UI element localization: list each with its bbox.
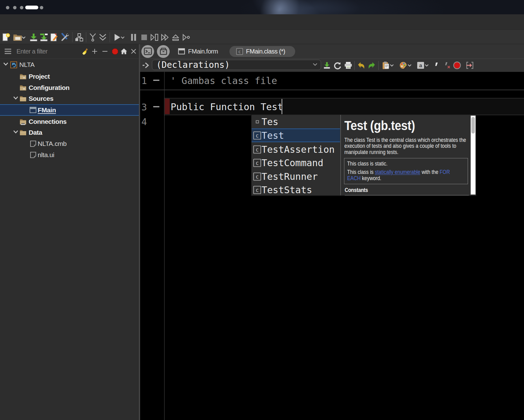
run-dropdown-chevron-icon[interactable] [120,33,125,42]
comment-icon[interactable] [433,61,441,69]
workspace-dot-5[interactable] [40,6,43,9]
typed-word: Tes [262,116,278,127]
home-icon[interactable] [120,48,127,55]
paste-icon[interactable] [382,61,390,69]
paste-chevron-icon[interactable] [389,61,394,69]
workspace-dot-3[interactable] [20,6,23,9]
main-toolbar [0,30,524,44]
autocomplete-list: Tes c Test c TestAssertion c TestCommand [252,115,341,195]
print-icon[interactable] [344,61,352,69]
tree-item-label: nlta.ui [38,151,54,159]
tools-icon[interactable] [60,33,69,42]
minus-icon[interactable] [101,48,108,55]
pause-icon[interactable] [129,33,138,42]
merge-icon[interactable] [88,33,97,42]
format-chevron-icon[interactable] [407,61,412,69]
tab-fmain-class[interactable]: c FMain.class (*) [229,46,295,57]
procedure-marker [165,99,170,114]
doc-scrollbar-thumb[interactable] [471,117,475,133]
step-over-icon[interactable] [182,33,191,42]
chevron-down-icon[interactable] [13,130,18,135]
close-icon[interactable] [130,48,137,55]
edit-icon[interactable] [50,33,59,42]
tree-item-data[interactable]: Data [0,127,139,138]
statically-enumerable-link[interactable]: statically enumerable [375,169,420,175]
procedure-combo[interactable]: (Declarations) [152,60,321,70]
forward-icon[interactable] [160,33,170,42]
workspace-active-pill[interactable] [25,6,38,9]
class-icon: c [253,158,262,167]
redo-icon[interactable] [368,61,376,69]
autocomplete-item-test[interactable]: c Test [252,128,340,142]
plus-icon[interactable] [91,48,98,55]
tree-item-connections[interactable]: Connections [0,116,139,127]
autocomplete-item-testrunner[interactable]: c TestRunner [252,170,340,183]
workspace-dot-1[interactable] [6,6,9,9]
autocomplete-item-testcommand[interactable]: c TestCommand [252,156,340,170]
step-into-icon[interactable] [150,33,159,42]
double-chevron-down-icon[interactable] [98,33,107,42]
compile-icon[interactable] [39,33,49,42]
filter-input[interactable]: Enter a filter [17,48,47,55]
record-icon[interactable] [111,48,118,55]
goto-current-icon[interactable] [466,61,474,69]
fold-marker-icon[interactable] [153,80,159,81]
tab-fmain-form[interactable]: FMain.form [178,44,218,58]
autocomplete-item-testassertion[interactable]: c TestAssertion [252,142,340,156]
tree-item-nlta-cmb[interactable]: NLTA.cmb [0,138,139,149]
autocomplete-item-label: TestStats [262,184,312,195]
tree-item-nlta-ui[interactable]: nlta.ui [0,149,139,161]
svg-text:c: c [256,187,259,193]
tree-item-label: NLTA [19,61,35,68]
tree-item-nlta[interactable]: NLTA [0,59,139,70]
uncomment-icon[interactable] [444,61,452,69]
chevron-down-icon[interactable] [3,62,8,67]
menu-icon[interactable] [4,49,12,54]
class-icon: c [253,172,262,181]
save-icon[interactable] [29,33,38,42]
case-chevron-icon[interactable] [424,61,429,69]
chevron-down-icon[interactable] [13,96,18,101]
breakpoint-icon[interactable] [453,61,461,69]
tree-item-sources[interactable]: Sources [0,93,139,104]
doc-scrollbar[interactable] [470,115,476,195]
tree-item-project[interactable]: Project [0,71,139,82]
doc-table-border [345,195,469,195]
svg-text:a: a [419,63,422,68]
open-dropdown-chevron-icon[interactable] [21,33,26,42]
case-icon[interactable]: a [417,61,425,69]
console-button[interactable] [141,45,154,58]
folder-icon [20,129,26,136]
eject-icon[interactable] [171,33,180,42]
goto-arrow-icon[interactable] [142,61,150,69]
refresh-icon[interactable] [333,61,341,69]
tree-item-label: Sources [29,95,53,102]
tree-item-configuration[interactable]: Configuration [0,82,139,93]
line-number: 3 [140,102,148,113]
tree-item-fmain[interactable]: FMain [0,104,139,116]
svg-text:c: c [256,160,259,166]
autocomplete-popup: Tes c Test c TestAssertion c TestCommand [251,114,476,196]
doc-enumerable-note-2: EACH keyword. [347,175,450,181]
save-icon[interactable] [323,61,331,69]
format-icon[interactable] [399,61,407,69]
gambas-ide-screen: Enter a filter [0,0,524,420]
workspace-dot-2[interactable] [13,6,17,9]
new-file-icon[interactable] [1,33,11,42]
undo-icon[interactable] [357,61,365,69]
current-line-highlight: Public Function Test [164,98,524,115]
autocomplete-item-teststats[interactable]: c TestStats [252,183,340,195]
doc-table-border [436,195,437,195]
archive-button[interactable] [157,45,170,58]
broom-icon[interactable] [82,48,89,55]
top-bar [0,0,524,14]
doc-enumerable-note: This class is statically enumerable with… [347,169,450,175]
code-line-1: ' Gambas class file [170,75,277,86]
tree-item-label: NLTA.cmb [38,140,67,147]
line-number: 4 [140,116,148,127]
doc-static-note: This class is static. [347,161,450,166]
hierarchy-icon[interactable] [74,33,84,42]
fold-marker-icon[interactable] [153,106,159,107]
procedure-separator [140,90,524,90]
stop-icon[interactable] [139,33,149,42]
